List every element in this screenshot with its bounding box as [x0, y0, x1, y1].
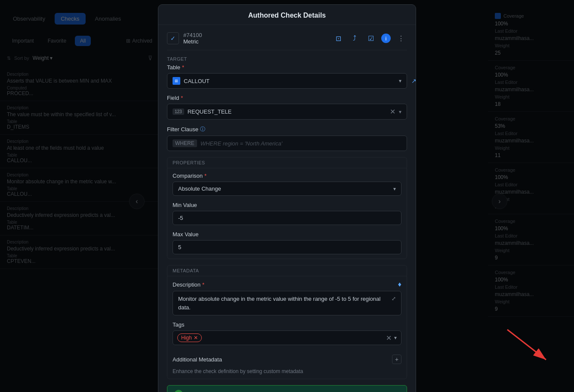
field-label: Field *	[167, 95, 407, 101]
additional-label: Additional Metadata	[173, 356, 222, 363]
tags-field[interactable]: High ✕ ✕ ▾	[173, 330, 401, 345]
field-dropdown-icon[interactable]: ▾	[399, 109, 401, 115]
min-value-label: Min Value	[173, 202, 401, 208]
target-section-label: Target	[167, 56, 407, 62]
field-field-group: Field * 123 REQUEST_TELE ✕ ▾	[167, 95, 407, 120]
desc-textarea[interactable]: Monitor absolute change in the metric va…	[173, 291, 401, 315]
check-id-block: ✓ #74100 Metric	[167, 32, 202, 45]
tag-high: High ✕	[177, 333, 202, 342]
desc-expand-icon[interactable]: ⤢	[392, 296, 396, 302]
comparison-chevron-icon: ▾	[393, 186, 396, 192]
check-info-row: ✓ #74100 Metric ⊡ ⤴ ☑ i ⋮	[167, 32, 407, 50]
table-external-link-icon[interactable]: ↗	[411, 77, 416, 84]
filter-info-icon[interactable]: ⓘ	[200, 126, 205, 133]
copy-icon[interactable]: ⊡	[332, 32, 344, 44]
table-select[interactable]: ⊞ CALLOUT ▾	[167, 73, 407, 89]
additional-subtitle: Enhance the check definition by setting …	[173, 368, 401, 374]
table-required-star: *	[182, 64, 184, 71]
check-checkbox-icon: ✓	[167, 32, 179, 44]
additional-meta-row: Additional Metadata +	[173, 351, 401, 367]
min-value-group: Min Value -5	[173, 202, 401, 225]
tags-label: Tags	[173, 321, 401, 328]
field-required-star: *	[181, 95, 183, 101]
metadata-section-label: Metadata	[167, 265, 407, 276]
properties-section: Properties Comparison * Absolute Change …	[167, 157, 407, 259]
comparison-required-star: *	[204, 173, 207, 179]
comparison-field-group: Comparison * Absolute Change ▾	[173, 173, 401, 196]
add-metadata-icon[interactable]: +	[392, 355, 401, 364]
tags-dropdown-icon[interactable]: ▾	[394, 335, 397, 341]
field-value: REQUEST_TELE	[188, 108, 232, 115]
description-label: Description * ♦	[173, 281, 401, 288]
metadata-section: Metadata Description * ♦ Monitor absolut…	[167, 265, 407, 379]
comparison-select[interactable]: Absolute Change ▾	[173, 182, 401, 196]
properties-section-label: Properties	[167, 157, 407, 168]
max-value-input[interactable]: 5	[173, 240, 401, 254]
more-icon[interactable]: ⋮	[395, 32, 407, 44]
table-grid-icon: ⊞	[173, 77, 180, 85]
modal-body: ✓ #74100 Metric ⊡ ⤴ ☑ i ⋮ Target Table *	[158, 25, 416, 392]
check-type: Metric	[183, 38, 202, 45]
tag-remove-icon[interactable]: ✕	[194, 335, 198, 341]
max-value-label: Max Value	[173, 231, 401, 238]
filter-input[interactable]: WHERE WHERE region = 'North America'	[167, 136, 407, 151]
info-circle-icon[interactable]: i	[381, 34, 391, 43]
additional-metadata-section: Additional Metadata + Enhance the check …	[173, 351, 401, 374]
filter-clause-label: Filter Clause ⓘ	[167, 126, 407, 133]
filter-where-badge: WHERE	[173, 139, 197, 147]
validation-success-icon: ✓	[174, 390, 183, 392]
tags-clear-icon[interactable]: ✕	[386, 334, 392, 342]
tags-group: Tags High ✕ ✕ ▾	[173, 321, 401, 345]
edit-icon[interactable]: ☑	[365, 32, 377, 44]
desc-required-star: *	[202, 281, 204, 288]
filter-clause-group: Filter Clause ⓘ WHERE WHERE region = 'No…	[167, 126, 407, 151]
authored-check-modal: Authored Check Details ✓ #74100 Metric ⊡…	[158, 4, 416, 392]
check-actions: ⊡ ⤴ ☑ i ⋮	[332, 32, 407, 44]
modal-title: Authored Check Details	[158, 5, 416, 25]
filter-placeholder: WHERE region = 'North America'	[201, 140, 283, 147]
table-field-label: Table *	[167, 64, 407, 71]
description-group: Description * ♦ Monitor absolute change …	[173, 281, 401, 315]
table-chevron-icon: ▾	[399, 78, 401, 84]
field-input[interactable]: 123 REQUEST_TELE ✕ ▾	[167, 104, 407, 120]
field-type-badge: 123	[173, 108, 184, 115]
desc-ai-icon[interactable]: ♦	[398, 281, 401, 288]
table-field-group: Table * ⊞ CALLOUT ▾ ↗	[167, 64, 407, 89]
validation-bar: ✓ Validation Successful	[167, 385, 407, 392]
comparison-label: Comparison *	[173, 173, 401, 179]
min-value-input[interactable]: -5	[173, 211, 401, 225]
field-clear-icon[interactable]: ✕	[390, 108, 395, 116]
max-value-group: Max Value 5	[173, 231, 401, 254]
check-id-text: #74100 Metric	[183, 32, 202, 45]
chart-icon[interactable]: ⤴	[349, 32, 361, 44]
check-id: #74100	[183, 32, 202, 38]
